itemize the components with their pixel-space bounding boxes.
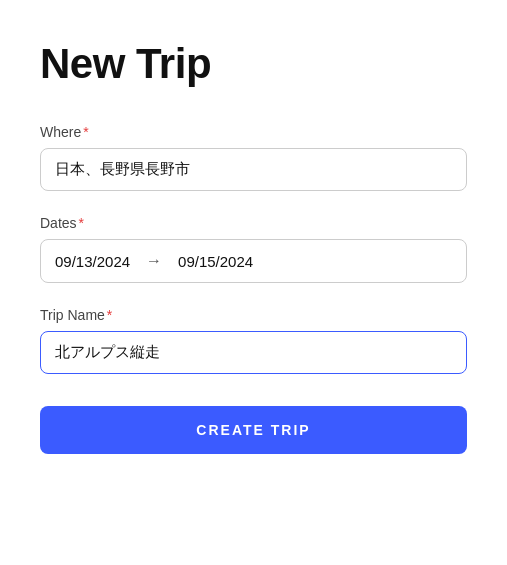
where-label-text: Where — [40, 124, 81, 140]
dates-group: Dates* 09/13/2024 → 09/15/2024 — [40, 215, 467, 283]
dates-label-text: Dates — [40, 215, 77, 231]
trip-name-group: Trip Name* — [40, 307, 467, 374]
where-label: Where* — [40, 124, 467, 140]
date-arrow-icon: → — [146, 252, 162, 270]
dates-required: * — [79, 215, 84, 231]
dates-container[interactable]: 09/13/2024 → 09/15/2024 — [40, 239, 467, 283]
dates-label: Dates* — [40, 215, 467, 231]
where-input[interactable] — [40, 148, 467, 191]
create-trip-button[interactable]: CREATE TRIP — [40, 406, 467, 454]
trip-name-input[interactable] — [40, 331, 467, 374]
page-title: New Trip — [40, 40, 467, 88]
date-end: 09/15/2024 — [178, 253, 253, 270]
where-required: * — [83, 124, 88, 140]
trip-name-label-text: Trip Name — [40, 307, 105, 323]
where-group: Where* — [40, 124, 467, 191]
trip-name-label: Trip Name* — [40, 307, 467, 323]
date-start: 09/13/2024 — [55, 253, 130, 270]
trip-name-required: * — [107, 307, 112, 323]
